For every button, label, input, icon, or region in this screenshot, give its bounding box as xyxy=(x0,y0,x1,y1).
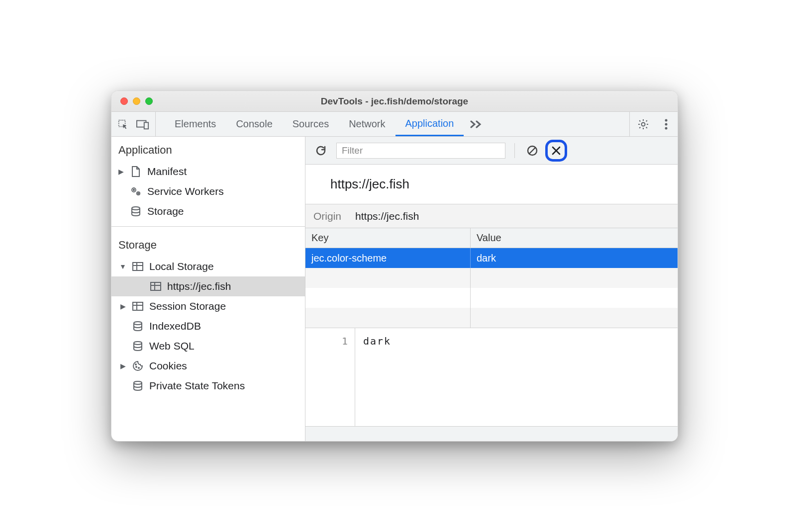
table-row-empty[interactable]: .. xyxy=(305,268,678,288)
svg-point-16 xyxy=(134,342,142,345)
sidebar-item-cookies[interactable]: ▶ Cookies xyxy=(111,356,305,376)
window-title: DevTools - jec.fish/demo/storage xyxy=(111,96,678,107)
tab-application[interactable]: Application xyxy=(395,112,464,136)
document-icon xyxy=(129,165,142,178)
application-sidebar[interactable]: Application ▶ Manifest xyxy=(111,137,305,441)
main-tabstrip: Elements Console Sources Network Applica… xyxy=(111,112,678,137)
svg-rect-14 xyxy=(133,302,143,310)
svg-point-18 xyxy=(138,367,139,368)
zoom-window-button[interactable] xyxy=(145,97,153,105)
refresh-icon[interactable] xyxy=(312,142,329,159)
sidebar-item-manifest[interactable]: ▶ Manifest xyxy=(111,162,305,181)
cookie-icon xyxy=(131,359,144,372)
column-header-key[interactable]: Key xyxy=(305,228,471,248)
database-icon xyxy=(131,340,144,353)
minimize-window-button[interactable] xyxy=(133,97,140,105)
chevron-down-icon: ▼ xyxy=(119,263,126,270)
svg-point-4 xyxy=(665,119,668,121)
settings-gear-icon[interactable] xyxy=(637,118,650,131)
cell-key[interactable]: jec.color-scheme xyxy=(305,248,471,268)
sidebar-item-label: Private State Tokens xyxy=(149,380,245,392)
gears-icon xyxy=(129,185,142,198)
devtools-window: DevTools - jec.fish/demo/storage xyxy=(111,90,678,442)
sidebar-divider xyxy=(111,226,305,227)
table-row[interactable]: jec.color-scheme dark xyxy=(305,248,678,268)
sidebar-item-local-storage-origin[interactable]: https://jec.fish xyxy=(111,276,305,296)
svg-rect-12 xyxy=(133,263,143,270)
tabs-overflow-button[interactable] xyxy=(464,112,489,136)
svg-point-11 xyxy=(132,207,140,210)
chevron-right-icon: ▶ xyxy=(119,362,126,370)
svg-rect-2 xyxy=(144,122,148,129)
table-icon xyxy=(149,280,162,293)
svg-point-19 xyxy=(135,364,136,365)
delete-selected-icon[interactable] xyxy=(548,142,565,159)
table-icon xyxy=(131,300,144,313)
sidebar-item-label: Service Workers xyxy=(147,185,224,197)
tab-network[interactable]: Network xyxy=(339,112,395,136)
sidebar-item-indexeddb[interactable]: IndexedDB xyxy=(111,316,305,336)
origin-row: Origin https://jec.fish xyxy=(305,204,678,228)
preview-content: dark xyxy=(355,328,678,426)
sidebar-item-storage[interactable]: Storage xyxy=(111,201,305,221)
svg-point-15 xyxy=(134,322,142,325)
sidebar-item-label: Session Storage xyxy=(149,300,226,312)
svg-point-6 xyxy=(665,127,668,129)
svg-point-3 xyxy=(642,122,645,126)
svg-point-17 xyxy=(136,366,137,367)
toolbar-separator xyxy=(514,143,515,158)
tab-elements[interactable]: Elements xyxy=(165,112,226,136)
sidebar-section-application: Application xyxy=(111,137,305,162)
device-toolbar-icon[interactable] xyxy=(136,118,149,131)
preview-line-number: 1 xyxy=(305,328,355,426)
svg-rect-13 xyxy=(151,282,161,290)
table-row-empty[interactable]: .. xyxy=(305,288,678,308)
traffic-lights xyxy=(111,97,153,105)
tab-console[interactable]: Console xyxy=(226,112,282,136)
database-icon xyxy=(129,205,142,218)
table-icon xyxy=(131,260,144,273)
tab-sources[interactable]: Sources xyxy=(283,112,339,136)
sidebar-item-label: Local Storage xyxy=(149,261,214,272)
chevron-right-icon: ▶ xyxy=(117,168,124,176)
sidebar-item-private-state-tokens[interactable]: Private State Tokens xyxy=(111,376,305,396)
sidebar-item-service-workers[interactable]: Service Workers xyxy=(111,181,305,201)
sidebar-item-label: Storage xyxy=(147,205,184,217)
svg-point-10 xyxy=(138,193,139,194)
column-header-value[interactable]: Value xyxy=(471,228,678,248)
titlebar: DevTools - jec.fish/demo/storage xyxy=(111,91,678,112)
cell-value[interactable]: dark xyxy=(471,248,678,268)
filter-input[interactable] xyxy=(336,143,505,159)
table-row-empty[interactable]: .. xyxy=(305,308,678,328)
chevron-right-icon: ▶ xyxy=(119,302,126,310)
origin-label: Origin xyxy=(305,210,355,222)
svg-point-8 xyxy=(133,189,135,191)
storage-toolbar xyxy=(305,137,678,165)
clear-all-icon[interactable] xyxy=(524,142,541,159)
sidebar-item-local-storage[interactable]: ▼ Local Storage xyxy=(111,257,305,276)
status-bar xyxy=(305,426,678,441)
sidebar-item-websql[interactable]: Web SQL xyxy=(111,336,305,356)
sidebar-section-storage: Storage xyxy=(111,232,305,257)
table-header-row: Key Value xyxy=(305,228,678,248)
origin-value: https://jec.fish xyxy=(355,210,419,222)
sidebar-item-session-storage[interactable]: ▶ Session Storage xyxy=(111,296,305,316)
sidebar-item-label: https://jec.fish xyxy=(167,280,231,292)
value-preview: 1 dark xyxy=(305,328,678,426)
sidebar-item-label: Manifest xyxy=(147,166,187,177)
sidebar-item-label: Web SQL xyxy=(149,340,195,352)
database-icon xyxy=(131,379,144,392)
storage-origin-title: https://jec.fish xyxy=(305,165,678,204)
storage-table: Key Value jec.color-scheme dark .. .. .. xyxy=(305,228,678,328)
sidebar-item-label: Cookies xyxy=(149,360,187,372)
close-window-button[interactable] xyxy=(120,97,128,105)
inspect-element-icon[interactable] xyxy=(116,118,129,131)
svg-point-5 xyxy=(665,123,668,125)
database-icon xyxy=(131,320,144,333)
kebab-menu-icon[interactable] xyxy=(660,118,673,131)
sidebar-item-label: IndexedDB xyxy=(149,320,201,332)
svg-point-20 xyxy=(134,381,142,384)
storage-detail-panel: https://jec.fish Origin https://jec.fish… xyxy=(305,137,678,441)
